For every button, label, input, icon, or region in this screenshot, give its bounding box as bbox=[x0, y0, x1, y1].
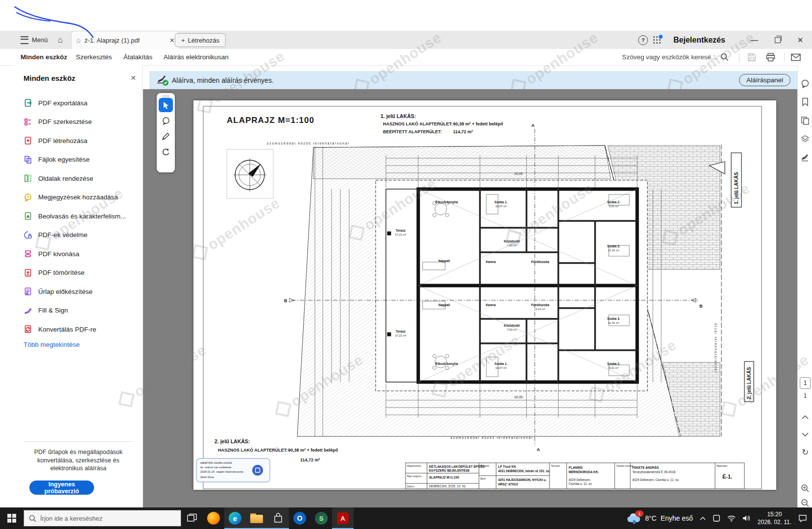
tab-esign[interactable]: Aláírás elektronikusan bbox=[164, 49, 229, 65]
svg-text:Közlekedő: Közlekedő bbox=[504, 324, 520, 327]
unit1-area-value: 90,38 m² + fedett belépő bbox=[453, 121, 503, 126]
palette-grip[interactable] bbox=[162, 96, 169, 96]
draw-tool[interactable] bbox=[159, 129, 173, 144]
close-button[interactable]: ✕ bbox=[794, 31, 806, 49]
sidebar-item-pdf-edit[interactable]: PDF szerkesztése bbox=[24, 115, 136, 129]
sidebar-item-extract-pdf[interactable]: PDF kivonása bbox=[24, 246, 136, 261]
bookmarks-icon[interactable] bbox=[799, 96, 811, 108]
print-icon[interactable] bbox=[765, 52, 776, 63]
mail-icon[interactable] bbox=[790, 52, 801, 63]
taskbar-app-icon[interactable]: S bbox=[310, 507, 332, 529]
add-comment-tool[interactable] bbox=[159, 114, 173, 128]
taskbar-explorer-icon[interactable] bbox=[246, 507, 267, 529]
undo-tool[interactable] bbox=[159, 145, 173, 159]
page-number-box[interactable]: 1 bbox=[800, 377, 811, 389]
sidebar-item-prepare-form[interactable]: Űrlap előkészítése bbox=[24, 284, 136, 299]
tablet-mode-icon[interactable] bbox=[713, 515, 720, 522]
attachments-icon[interactable] bbox=[799, 115, 811, 126]
free-trial-button[interactable]: Ingyenes próbaverzió bbox=[29, 481, 94, 495]
select-tool[interactable] bbox=[159, 98, 173, 112]
svg-text:Épül:: Épül: bbox=[480, 477, 486, 480]
tab-all-tools[interactable]: Minden eszköz bbox=[21, 49, 67, 67]
clock[interactable]: 15:20 2026. 02. 11. bbox=[758, 510, 791, 526]
taskbar-task-view-icon[interactable] bbox=[181, 507, 203, 529]
unit1-built-value: 114,72 m² bbox=[453, 129, 473, 134]
create-button[interactable]: + Létrehozás bbox=[175, 33, 226, 47]
unit2-flag: 2. jelű LAKÁS bbox=[744, 361, 754, 402]
sidebar-item-organize-pages[interactable]: Oldalak rendezése bbox=[24, 171, 136, 186]
panel-close-icon[interactable]: ✕ bbox=[130, 74, 136, 82]
svg-text:7,63 m²: 7,63 m² bbox=[507, 328, 517, 331]
svg-text:Szoba 3.: Szoba 3. bbox=[607, 244, 621, 248]
svg-text:EGYSZERŰ BEJELENTÉSE: EGYSZERŰ BEJELENTÉSE bbox=[429, 468, 470, 472]
volume-icon[interactable] bbox=[742, 515, 751, 522]
sidebar-item-pdf-create[interactable]: PDF létrehozása bbox=[24, 133, 136, 148]
tab-edit[interactable]: Szerkesztés bbox=[76, 49, 112, 65]
svg-text:ikt. számú irat melléklete: ikt. számú irat melléklete bbox=[200, 466, 231, 469]
promo-text: PDF űrlapok és megállapodások konvertálá… bbox=[22, 448, 135, 473]
boundary-label-bottom: szomszéddal közös telekhatárvonal bbox=[451, 436, 533, 439]
chevron-down-icon[interactable] bbox=[799, 429, 811, 440]
plan-title: ALAPRAJZ M=1:100 bbox=[227, 116, 314, 125]
comments-icon[interactable] bbox=[799, 78, 811, 90]
menu-button[interactable]: Menü bbox=[21, 31, 48, 49]
boundary-label-top: szomszéddal közös telekhatárvonal bbox=[267, 142, 350, 145]
weather-widget[interactable]: 1 8°C Enyhe eső bbox=[626, 513, 693, 523]
document-tab[interactable]: ☆ ź-1. Alaprajz (1).pdf ✕ bbox=[71, 31, 179, 49]
signature-panel-button[interactable]: Aláíráspanel bbox=[739, 74, 790, 86]
sidebar-item-convert-pdf[interactable]: Konvertálás PDF-re bbox=[24, 322, 136, 337]
pdf-export-icon bbox=[24, 98, 32, 107]
sidebar-item-fill-sign[interactable]: Fill & Sign bbox=[24, 303, 136, 318]
taskbar-search[interactable]: Írjon ide a kereséshez bbox=[24, 510, 181, 527]
svg-text:Kamra: Kamra bbox=[486, 260, 496, 264]
chevron-up-icon[interactable] bbox=[799, 411, 811, 423]
search-text: Szöveg vagy eszközök keresé... bbox=[622, 53, 716, 61]
signin-button[interactable]: Bejelentkezés bbox=[673, 31, 725, 49]
home-button[interactable]: ⌂ bbox=[58, 31, 63, 49]
refresh-icon[interactable]: ↻ bbox=[799, 446, 811, 458]
svg-text:1. jelű LAKÁS: 1. jelű LAKÁS bbox=[733, 172, 739, 204]
signatures-icon[interactable] bbox=[799, 152, 811, 164]
save-icon[interactable] bbox=[746, 52, 757, 63]
svg-text:A: A bbox=[26, 214, 30, 219]
taskbar-search-placeholder: Írjon ide a kereséshez bbox=[40, 515, 102, 522]
taskbar-firefox-icon[interactable] bbox=[203, 507, 224, 529]
wifi-icon[interactable] bbox=[727, 515, 736, 522]
svg-text:11,31 m²: 11,31 m² bbox=[608, 321, 620, 324]
sidebar-item-add-comments[interactable]: Megjegyzések hozzáadása bbox=[24, 190, 136, 205]
zoom-in-icon[interactable] bbox=[799, 482, 811, 494]
restore-button[interactable] bbox=[772, 31, 784, 49]
app-grid-button[interactable] bbox=[653, 31, 661, 49]
taskbar-outlook-icon[interactable]: O bbox=[289, 507, 310, 529]
sidebar-item-pdf-export[interactable]: PDF exportálása bbox=[24, 96, 136, 110]
star-icon[interactable]: ☆ bbox=[75, 37, 82, 45]
help-button[interactable]: ? bbox=[638, 31, 648, 49]
sidebar-item-compress-pdf[interactable]: PDF tömörítése bbox=[24, 265, 136, 280]
taskbar-edge-icon[interactable]: e bbox=[224, 507, 246, 529]
start-button[interactable] bbox=[0, 507, 24, 529]
layers-icon[interactable] bbox=[799, 133, 811, 145]
organize-pages-icon bbox=[24, 174, 32, 183]
taskbar-store-icon[interactable] bbox=[267, 507, 289, 529]
all-tools-panel: Minden eszköz ✕ PDF exportálása PDF szer… bbox=[15, 65, 143, 507]
sidebar-item-scan-ocr[interactable]: A Beolvasás és karakterfelism... bbox=[24, 209, 136, 223]
weather-desc: Enyhe eső bbox=[661, 514, 693, 522]
sidebar-item-protect-pdf[interactable]: PDF-ek védelme bbox=[24, 228, 136, 242]
north-compass bbox=[227, 149, 273, 198]
svg-text:Fürdőszoba: Fürdőszoba bbox=[531, 303, 549, 307]
view-more-link[interactable]: Több megtekintése bbox=[24, 341, 80, 348]
sidebar-item-combine-files[interactable]: Fájlok egyesítése bbox=[24, 152, 136, 167]
pdf-page[interactable]: ALAPRAJZ M=1:100 1. jelű LAKÁS: HASZNOS … bbox=[193, 100, 776, 490]
level-marker-top: ±0,00 bbox=[514, 172, 523, 175]
taskbar-acrobat-icon[interactable]: A bbox=[332, 507, 354, 529]
minimize-button[interactable]: — bbox=[748, 31, 760, 49]
action-center-icon[interactable] bbox=[798, 514, 807, 522]
svg-text:HB/ETDR-19/284-2/2026: HB/ETDR-19/284-2/2026 bbox=[200, 461, 232, 464]
weather-icon: 1 bbox=[626, 513, 641, 523]
tab-convert[interactable]: Átalakítás bbox=[123, 49, 152, 65]
search-button[interactable]: Szöveg vagy eszközök keresé... bbox=[622, 49, 729, 65]
tab-close-icon[interactable]: ✕ bbox=[169, 37, 175, 44]
tray-chevron-up-icon[interactable] bbox=[700, 516, 706, 520]
etdr-stamp[interactable]: HB/ETDR-19/284-2/2026 ikt. számú irat me… bbox=[196, 458, 270, 482]
svg-text:Fürdőszoba: Fürdőszoba bbox=[531, 260, 549, 264]
